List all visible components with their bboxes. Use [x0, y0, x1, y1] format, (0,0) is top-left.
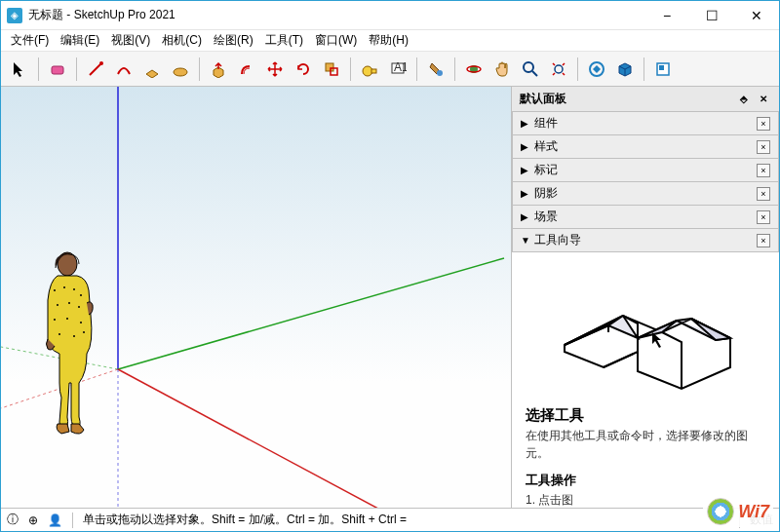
text-tool-button[interactable]: A1 [385, 57, 410, 82]
svg-point-36 [83, 331, 85, 333]
svg-point-30 [78, 306, 80, 308]
warehouse-button[interactable] [584, 57, 609, 82]
toolbar-separator [350, 57, 351, 81]
close-icon[interactable]: × [757, 234, 770, 247]
paint-tool-button[interactable] [423, 57, 448, 82]
expand-icon: ▶ [521, 188, 534, 199]
toolbar-separator [644, 57, 644, 81]
tray-item-instructor[interactable]: ▼工具向导× [512, 229, 779, 252]
expand-icon: ▶ [521, 141, 534, 152]
tray-item-styles[interactable]: ▶样式× [512, 135, 779, 159]
tray-item-tags[interactable]: ▶标记× [512, 159, 779, 182]
toolbar-separator [577, 57, 578, 81]
svg-rect-0 [52, 66, 63, 74]
menu-file[interactable]: 文件(F) [5, 30, 55, 51]
default-tray: 默认面板 ⬘ ✕ ▶组件× ▶样式× ▶标记× ▶阴影× ▶场景× ▼工具向导×… [511, 87, 779, 508]
instructor-tool-title: 选择工具 [526, 406, 765, 425]
scale-figure-icon [40, 247, 98, 441]
svg-point-13 [555, 65, 563, 73]
watermark-text: Wi7 [738, 502, 769, 522]
close-icon[interactable]: × [757, 210, 770, 224]
close-tray-icon[interactable]: ✕ [756, 94, 771, 104]
orbit-tool-button[interactable] [461, 57, 487, 82]
move-tool-button[interactable] [262, 57, 288, 82]
circle-tool-button[interactable] [168, 57, 193, 82]
pin-icon[interactable]: ⬘ [736, 94, 752, 104]
scale-tool-button[interactable] [319, 57, 344, 82]
person-icon[interactable]: 👤 [48, 513, 62, 527]
pan-tool-button[interactable] [489, 57, 515, 82]
app-icon: ◈ [7, 8, 22, 23]
menu-view[interactable]: 视图(V) [105, 30, 156, 51]
menu-camera[interactable]: 相机(C) [156, 30, 208, 51]
menu-draw[interactable]: 绘图(R) [208, 30, 259, 51]
help-icon[interactable]: ⓘ [7, 512, 19, 528]
expand-icon: ▶ [521, 118, 534, 129]
offset-tool-button[interactable] [234, 57, 259, 82]
svg-line-18 [118, 258, 504, 369]
instructor-ops-title: 工具操作 [526, 472, 765, 489]
layout-button[interactable] [650, 57, 676, 82]
close-icon[interactable]: × [757, 117, 770, 131]
svg-text:A1: A1 [394, 60, 407, 74]
svg-point-26 [73, 288, 75, 290]
svg-point-27 [80, 294, 82, 296]
svg-rect-3 [326, 63, 333, 71]
watermark: Wi7 [703, 496, 773, 527]
eraser-tool-button[interactable] [45, 57, 70, 82]
svg-point-32 [66, 318, 68, 320]
tray-item-scenes[interactable]: ▶场景× [512, 206, 779, 229]
zoom-tool-button[interactable] [518, 57, 543, 82]
svg-point-33 [80, 322, 82, 323]
svg-point-25 [63, 286, 65, 288]
extension-warehouse-button[interactable] [612, 57, 638, 82]
svg-point-28 [57, 304, 58, 306]
rectangle-tool-button[interactable] [139, 57, 165, 82]
close-icon[interactable]: × [757, 140, 770, 154]
menu-tools[interactable]: 工具(T) [259, 30, 309, 51]
svg-point-29 [68, 302, 70, 304]
statusbar: ⓘ ⊕ 👤 单击或拖动以选择对象。Shift = 加/减。Ctrl = 加。Sh… [1, 508, 779, 531]
menu-window[interactable]: 窗口(W) [309, 30, 363, 51]
instructor-illustration-icon [526, 262, 750, 399]
expand-icon: ▶ [521, 211, 534, 222]
pushpull-tool-button[interactable] [206, 57, 231, 82]
tray-title-label: 默认面板 [520, 91, 566, 107]
titlebar: ◈ 无标题 - SketchUp Pro 2021 − ☐ ✕ [1, 1, 779, 30]
svg-rect-16 [659, 65, 664, 70]
svg-point-31 [54, 319, 56, 321]
viewport-3d[interactable] [1, 87, 511, 508]
close-icon[interactable]: × [757, 164, 770, 177]
line-tool-button[interactable] [83, 57, 108, 82]
tray-title[interactable]: 默认面板 ⬘ ✕ [512, 87, 779, 112]
toolbar-separator [416, 57, 417, 81]
zoom-extents-button[interactable] [546, 57, 571, 82]
expand-icon: ▶ [521, 165, 534, 175]
svg-point-2 [174, 68, 187, 76]
toolbar-separator [76, 57, 77, 81]
svg-point-1 [99, 61, 103, 65]
window-title: 无标题 - SketchUp Pro 2021 [28, 7, 644, 23]
tape-tool-button[interactable] [357, 57, 382, 82]
instructor-tool-desc: 在使用其他工具或命令时，选择要修改的图元。 [526, 427, 765, 462]
toolbar-separator [454, 57, 455, 81]
tray-item-components[interactable]: ▶组件× [512, 112, 779, 135]
select-tool-button[interactable] [7, 57, 32, 82]
tray-item-shadows[interactable]: ▶阴影× [512, 182, 779, 206]
minimize-button[interactable]: − [644, 1, 689, 30]
menubar: 文件(F) 编辑(E) 视图(V) 相机(C) 绘图(R) 工具(T) 窗口(W… [1, 30, 779, 52]
instructor-panel: 选择工具 在使用其他工具或命令时，选择要修改的图元。 工具操作 1. 点击图 [512, 252, 779, 508]
svg-point-34 [58, 333, 60, 335]
menu-help[interactable]: 帮助(H) [363, 30, 414, 51]
toolbar-separator [38, 57, 39, 81]
svg-line-19 [118, 369, 391, 508]
close-button[interactable]: ✕ [734, 1, 779, 30]
geo-icon[interactable]: ⊕ [28, 513, 38, 527]
status-hint: 单击或拖动以选择对象。Shift = 加/减。Ctrl = 加。Shift + … [83, 512, 729, 528]
svg-point-35 [73, 335, 75, 337]
rotate-tool-button[interactable] [291, 57, 316, 82]
maximize-button[interactable]: ☐ [689, 1, 734, 30]
arc-tool-button[interactable] [111, 57, 136, 82]
menu-edit[interactable]: 编辑(E) [55, 30, 105, 51]
close-icon[interactable]: × [757, 187, 770, 201]
